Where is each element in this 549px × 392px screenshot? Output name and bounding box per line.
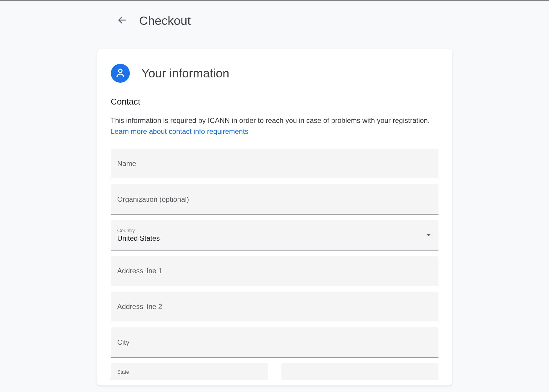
contact-heading: Contact xyxy=(111,97,438,107)
person-icon xyxy=(115,67,126,79)
address2-placeholder: Address line 2 xyxy=(117,302,432,311)
state-label: State xyxy=(117,369,261,375)
arrow-left-icon xyxy=(117,15,127,26)
learn-more-link[interactable]: Learn more about contact info requiremen… xyxy=(111,127,249,135)
contact-description: This information is required by ICANN in… xyxy=(111,115,436,137)
contact-description-text: This information is required by ICANN in… xyxy=(111,116,430,124)
svg-marker-2 xyxy=(427,234,431,236)
back-button[interactable] xyxy=(115,14,129,28)
country-value: United States xyxy=(117,234,432,243)
section-header: Your information xyxy=(111,64,438,83)
address1-placeholder: Address line 1 xyxy=(117,267,432,275)
country-label: Country xyxy=(117,228,432,234)
name-placeholder: Name xyxy=(117,160,432,168)
address-line-2-field[interactable]: Address line 2 xyxy=(111,292,438,322)
city-field[interactable]: City xyxy=(111,327,438,358)
country-field[interactable]: Country United States xyxy=(111,220,438,251)
city-placeholder: City xyxy=(117,338,432,347)
dropdown-arrow-icon xyxy=(427,234,431,236)
organization-placeholder: Organization (optional) xyxy=(117,195,432,204)
state-field[interactable]: State xyxy=(111,363,268,380)
person-icon-badge xyxy=(111,64,130,83)
name-field[interactable]: Name xyxy=(111,149,438,179)
zip-field[interactable] xyxy=(281,363,438,380)
checkout-card: Your information Contact This informatio… xyxy=(97,49,452,386)
address-line-1-field[interactable]: Address line 1 xyxy=(111,256,438,286)
section-title: Your information xyxy=(142,66,229,80)
page-title: Checkout xyxy=(139,14,191,28)
svg-point-1 xyxy=(119,69,122,72)
organization-field[interactable]: Organization (optional) xyxy=(111,184,438,215)
header-row: Checkout xyxy=(115,14,452,28)
